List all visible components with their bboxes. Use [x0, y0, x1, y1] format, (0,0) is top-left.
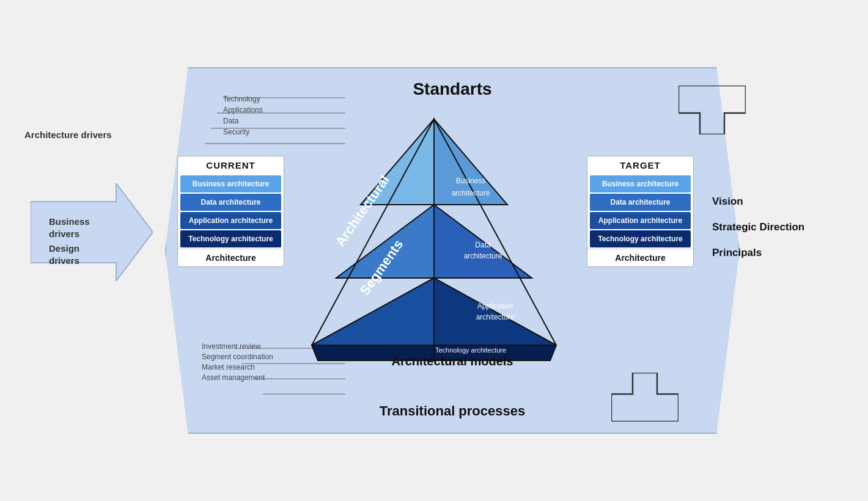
svg-text:architecture: architecture	[476, 313, 515, 321]
pyramid-svg: Architectural Segments Business architec…	[281, 107, 587, 364]
arch-drivers-text: Architecture drivers	[24, 130, 112, 140]
current-business-row: Business architecture	[180, 175, 281, 192]
current-box: CURRENT Business architecture Data archi…	[177, 156, 284, 267]
svg-text:Data: Data	[475, 241, 491, 249]
svg-text:architecture: architecture	[452, 189, 490, 197]
transitional-text: Transitional processes	[380, 403, 525, 419]
right-label-principals: Principals	[712, 247, 804, 259]
right-label-strategic: Strategic Direction	[712, 221, 804, 233]
target-data-row: Data architecture	[590, 194, 691, 211]
target-application-row: Application architecture	[590, 212, 691, 229]
current-data-row: Data architecture	[180, 194, 281, 211]
svg-text:Architectural: Architectural	[333, 172, 392, 249]
arch-models-label: Architectural models	[281, 354, 623, 368]
main-container: Architecture drivers Business drivers De…	[0, 0, 868, 501]
svg-text:drivers: drivers	[49, 229, 79, 239]
current-application-row: Application architecture	[180, 212, 281, 229]
right-label-vision: Vision	[712, 196, 804, 208]
target-title: TARGET	[587, 156, 693, 174]
right-labels: Vision Strategic Direction Principals	[712, 196, 804, 259]
svg-text:drivers: drivers	[49, 255, 79, 266]
drivers-arrow-container: Business drivers Design drivers	[31, 183, 153, 281]
pyramid-container: Architectural Segments Business architec…	[281, 107, 587, 364]
svg-text:architecture: architecture	[464, 252, 502, 260]
target-technology-row: Technology architecture	[590, 230, 691, 247]
target-business-row: Business architecture	[590, 175, 691, 192]
transitional-label: Transitional processes	[165, 403, 740, 419]
current-bottom-label: Architecture	[178, 249, 284, 266]
target-bottom-label: Architecture	[587, 249, 693, 266]
current-title: CURRENT	[178, 156, 284, 174]
svg-text:Application: Application	[477, 302, 513, 310]
left-drivers: Business drivers Design drivers	[31, 183, 153, 281]
standarts-text: Standarts	[413, 79, 491, 98]
svg-text:Business: Business	[49, 216, 90, 227]
current-technology-row: Technology architecture	[180, 230, 281, 247]
svg-text:Business: Business	[456, 177, 486, 185]
svg-text:Design: Design	[49, 243, 79, 254]
svg-marker-5	[679, 86, 746, 134]
top-down-arrow-icon	[679, 86, 746, 134]
left-arrow-icon: Business drivers Design drivers	[31, 183, 153, 281]
arch-drivers-label: Architecture drivers	[24, 128, 112, 141]
svg-text:Technology architecture: Technology architecture	[435, 346, 506, 354]
arch-models-text: Architectural models	[392, 354, 513, 368]
target-box: TARGET Business architecture Data archit…	[587, 156, 694, 267]
